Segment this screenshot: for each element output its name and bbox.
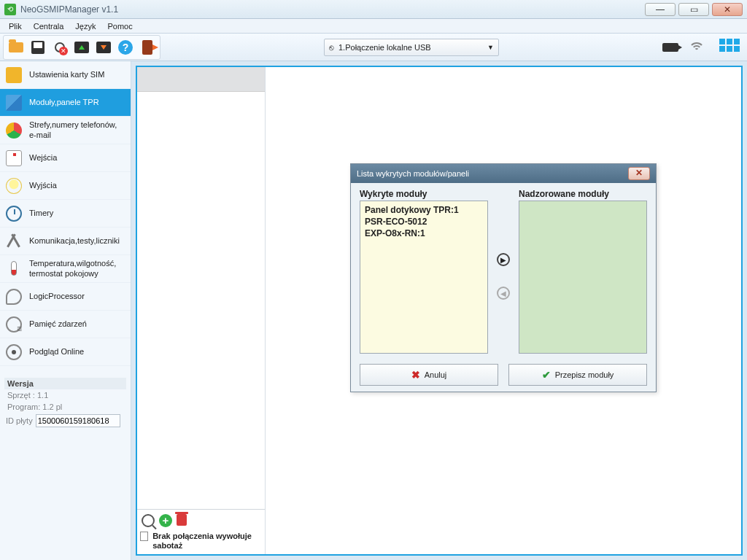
sabotage-label: Brak połączenia wywołuje sabotaż (152, 532, 262, 552)
board-id-input[interactable] (36, 414, 120, 427)
version-software: Program: 1.2 pl (4, 401, 126, 413)
sidebar-item-logic[interactable]: LogicProcessor (0, 283, 131, 311)
connection-select[interactable]: ⎋ 1.Połączenie lokalne USB ▼ (324, 39, 499, 56)
input-icon (6, 150, 22, 166)
menubar: Plik Centrala Język Pomoc (0, 19, 747, 34)
sidebar-item-timers[interactable]: Timery (0, 200, 131, 228)
tools-icon (6, 233, 22, 249)
chip-down-icon (96, 42, 111, 53)
sidebar-item-zones[interactable]: Strefy,numery telefonów, e-mail (0, 117, 131, 144)
disconnect-button[interactable]: ✕ (50, 37, 70, 58)
sidebar-item-label: Wyjścia (29, 181, 57, 190)
help-icon: ? (118, 40, 133, 55)
sidebar-item-outputs[interactable]: Wyjścia (0, 172, 131, 200)
minimize-button[interactable]: — (645, 3, 676, 16)
sidebar-item-label: Wejścia (29, 153, 57, 163)
exit-button[interactable] (137, 37, 158, 58)
sidebar-item-label: Pamięć zdarzeń (29, 319, 87, 329)
sidebar-item-inputs[interactable]: Wejścia (0, 144, 131, 172)
camera-icon[interactable] (662, 43, 678, 52)
close-button[interactable]: ✕ (712, 3, 743, 16)
cancel-label: Anuluj (425, 370, 447, 379)
plug-icon: ✕ (55, 42, 65, 52)
cube-icon (6, 95, 22, 111)
sidebar-item-comm[interactable]: Komunikacja,testy,liczniki (0, 228, 131, 255)
pie-icon (6, 122, 22, 139)
version-box: Wersja Sprzęt : 1.1 Program: 1.2 pl ID p… (3, 375, 128, 432)
check-icon: ✔ (542, 369, 551, 381)
grid-view-button[interactable] (719, 39, 741, 56)
sidebar-item-label: Ustawienia karty SIM (29, 70, 104, 79)
sidebar-item-label: Komunikacja,testy,liczniki (29, 236, 120, 246)
list-item[interactable]: PSR-ECO-5012 (365, 216, 483, 228)
supervised-header: Nadzorowane moduły (519, 189, 647, 199)
cancel-button[interactable]: ✖ Anuluj (360, 364, 498, 386)
wifi-icon[interactable] (689, 41, 705, 54)
version-hardware: Sprzęt : 1.1 (4, 389, 126, 401)
titlebar: ⟲ NeoGSMIPManager v1.1 — ▭ ✕ (0, 0, 747, 19)
sidebar-item-label: Strefy,numery telefonów, e-mail (29, 120, 125, 139)
chip-up-icon (74, 42, 89, 53)
head-icon (6, 289, 22, 305)
detected-header: Wykryte moduły (360, 189, 488, 199)
x-icon: ✖ (411, 369, 420, 381)
sidebar-item-modules[interactable]: Moduły,panele TPR (0, 89, 131, 117)
search-icon[interactable] (142, 514, 155, 527)
sidebar-item-label: Podgląd Online (29, 347, 84, 357)
list-body[interactable] (137, 92, 265, 509)
detected-listbox[interactable]: Panel dotykowy TPR:1 PSR-ECO-5012 EXP-O8… (360, 201, 488, 354)
sidebar-item-eventlog[interactable]: Pamięć zdarzeń (0, 311, 131, 338)
dialog-titlebar: Lista wykrytych modułów/paneli ✕ (351, 164, 656, 183)
maximize-button[interactable]: ▭ (678, 3, 709, 16)
exit-icon (142, 40, 152, 55)
thermometer-icon (6, 261, 22, 277)
save-button[interactable] (28, 37, 48, 58)
list-item[interactable]: EXP-O8x-RN:1 (365, 228, 483, 239)
sidebar-item-label: Timery (29, 209, 53, 218)
menu-pomoc[interactable]: Pomoc (101, 20, 138, 32)
modules-dialog: Lista wykrytych modułów/paneli ✕ Wykryte… (350, 163, 657, 392)
download-button[interactable] (93, 37, 114, 58)
log-icon (6, 316, 22, 332)
usb-icon: ⎋ (329, 43, 334, 52)
help-button[interactable]: ? (115, 37, 136, 58)
menu-plik[interactable]: Plik (3, 20, 28, 32)
sidebar-item-sim[interactable]: Ustawienia karty SIM (0, 61, 131, 89)
open-button[interactable] (6, 37, 26, 58)
menu-centrala[interactable]: Centrala (28, 20, 70, 32)
upload-button[interactable] (71, 37, 92, 58)
connection-label: 1.Połączenie lokalne USB (338, 43, 431, 52)
sidebar-item-label: Moduły,panele TPR (29, 98, 99, 107)
menu-jezyk[interactable]: Język (69, 20, 101, 32)
sim-icon (6, 67, 22, 83)
sidebar-item-online[interactable]: Podgląd Online (0, 338, 131, 366)
dialog-title: Lista wykrytych modułów/paneli (357, 169, 469, 178)
move-right-button[interactable]: ▶ (497, 253, 510, 266)
add-button[interactable]: + (159, 514, 172, 527)
folder-icon (9, 42, 23, 52)
chevron-down-icon: ▼ (487, 44, 494, 51)
sidebar-item-label: LogicProcessor (29, 292, 85, 301)
eye-icon (6, 344, 22, 360)
sidebar: Ustawienia karty SIM Moduły,panele TPR S… (0, 61, 131, 560)
board-id-label: ID płyty (6, 416, 33, 425)
app-icon: ⟲ (4, 4, 16, 15)
bulb-icon (6, 178, 22, 194)
assign-button[interactable]: ✔ Przepisz moduły (508, 364, 647, 386)
save-icon (31, 41, 44, 54)
supervised-listbox[interactable] (519, 201, 647, 354)
list-header (137, 67, 265, 92)
toolbar: ✕ ? ⎋ 1.Połączenie lokalne USB ▼ (0, 34, 747, 61)
delete-button[interactable] (177, 514, 187, 526)
version-header: Wersja (4, 378, 126, 389)
window-title: NeoGSMIPManager v1.1 (20, 4, 118, 15)
clock-icon (6, 206, 22, 222)
sidebar-item-label: Temperatura,wilgotność, termostat pokojo… (29, 259, 125, 278)
sidebar-item-temperature[interactable]: Temperatura,wilgotność, termostat pokojo… (0, 255, 131, 283)
sabotage-checkbox[interactable] (140, 532, 148, 541)
list-item[interactable]: Panel dotykowy TPR:1 (365, 204, 483, 216)
dialog-close-button[interactable]: ✕ (628, 167, 650, 180)
move-left-button[interactable]: ◀ (497, 287, 510, 300)
assign-label: Przepisz moduły (555, 370, 614, 379)
